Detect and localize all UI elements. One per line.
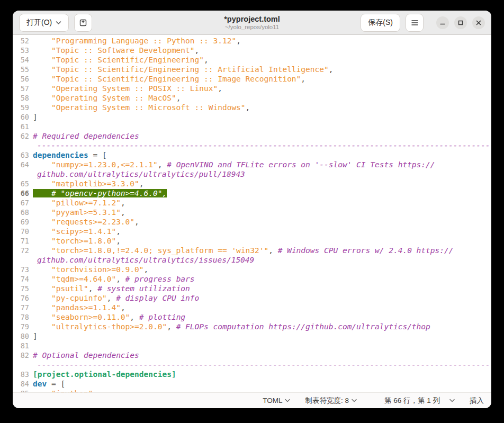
code-line[interactable]: 63dependencies = [ xyxy=(13,150,491,160)
code-line[interactable]: 61 xyxy=(13,122,491,131)
line-number: 82 xyxy=(13,350,29,360)
code-line[interactable]: 56 "Topic :: Scientific/Engineering :: I… xyxy=(13,74,491,84)
header-bar: 打开(O) *pyproject.toml ~/yolo_repos/yolo1… xyxy=(13,11,491,35)
line-number: 63 xyxy=(13,150,29,160)
code-line[interactable]: 68 "pyyaml>=5.3.1", xyxy=(13,208,491,217)
code-line[interactable]: 72 "torch>=1.8.0,!=2.4.0; sys_platform =… xyxy=(13,246,491,255)
code-text: "torchvision>=0.9.0", xyxy=(29,265,491,274)
code-line[interactable]: 67 "pillow>=7.1.2", xyxy=(13,198,491,208)
chevron-down-icon xyxy=(352,399,357,402)
code-line[interactable]: 54 "Topic :: Scientific/Engineering", xyxy=(13,55,491,65)
code-line[interactable]: 71 "torch>=1.8.0", xyxy=(13,236,491,246)
tab-width-label: 制表符宽度: 8 xyxy=(305,396,349,406)
code-text xyxy=(29,122,491,131)
save-button[interactable]: 保存(S) xyxy=(361,14,400,32)
code-line[interactable]: 57 "Operating System :: POSIX :: Linux", xyxy=(13,84,491,93)
line-number: 74 xyxy=(13,274,29,284)
code-line[interactable]: 76 "py-cpuinfo", # display CPU info xyxy=(13,293,491,303)
line-number: 78 xyxy=(13,312,29,322)
code-text: [project.optional-dependencies] xyxy=(29,370,491,379)
code-text: "torch>=1.8.0", xyxy=(29,236,491,246)
code-text: ] xyxy=(29,112,491,122)
chevron-down-icon xyxy=(285,399,290,402)
goto-line-button[interactable] xyxy=(449,399,455,402)
maximize-icon xyxy=(458,20,463,25)
code-line[interactable]: ----------------------------------------… xyxy=(13,141,491,150)
line-number xyxy=(13,255,29,265)
new-tab-button[interactable] xyxy=(74,14,92,32)
code-line[interactable]: 53 "Topic :: Software Development", xyxy=(13,46,491,55)
code-line[interactable]: 75 "psutil", # system utilization xyxy=(13,284,491,293)
code-text: # Optional dependencies xyxy=(29,350,491,360)
language-selector[interactable]: TOML xyxy=(263,397,290,404)
main-menu-button[interactable] xyxy=(406,14,424,32)
code-text: "scipy>=1.4.1", xyxy=(29,227,491,236)
text-editor-window: 打开(O) *pyproject.toml ~/yolo_repos/yolo1… xyxy=(13,11,491,408)
code-text: "py-cpuinfo", # display CPU info xyxy=(29,293,491,303)
code-line[interactable]: 80] xyxy=(13,331,491,341)
chevron-down-icon xyxy=(449,399,455,402)
line-number xyxy=(13,360,29,370)
maximize-button[interactable] xyxy=(454,16,467,29)
line-number: 81 xyxy=(13,341,29,350)
line-number: 76 xyxy=(13,293,29,303)
close-button[interactable] xyxy=(472,16,485,29)
cursor-position-label: 第 66 行，第 1 列 xyxy=(384,396,440,406)
code-line[interactable]: github.com/ultralytics/ultralytics/pull/… xyxy=(13,169,491,179)
line-number: 61 xyxy=(13,122,29,131)
line-number: 62 xyxy=(13,131,29,141)
code-text: # Required dependencies xyxy=(29,131,491,141)
minimize-icon xyxy=(440,20,445,25)
code-line[interactable]: 83[project.optional-dependencies] xyxy=(13,370,491,379)
code-line[interactable]: 74 "tqdm>=4.64.0", # progress bars xyxy=(13,274,491,284)
code-line[interactable]: 55 "Topic :: Scientific/Engineering :: A… xyxy=(13,65,491,74)
code-text: "pyyaml>=5.3.1", xyxy=(29,208,491,217)
code-line[interactable]: 65 "matplotlib>=3.3.0", xyxy=(13,179,491,188)
minimize-button[interactable] xyxy=(436,16,449,29)
save-button-label: 保存(S) xyxy=(368,18,393,28)
tab-width-selector[interactable]: 制表符宽度: 8 xyxy=(305,396,357,406)
code-line[interactable]: 85 "ipython", xyxy=(13,389,491,392)
document-path: ~/yolo_repos/yolo11 xyxy=(225,24,279,31)
code-text: "ipython", xyxy=(29,389,491,392)
line-number: 59 xyxy=(13,103,29,112)
line-number: 67 xyxy=(13,198,29,208)
line-number: 64 xyxy=(13,160,29,169)
code-line[interactable]: 64 "numpy>=1.23.0,<=2.1.1", # OpenVINO a… xyxy=(13,160,491,169)
line-number: 55 xyxy=(13,65,29,74)
code-line[interactable]: 69 "requests>=2.23.0", xyxy=(13,217,491,227)
code-text: github.com/ultralytics/ultralytics/pull/… xyxy=(29,169,491,179)
code-text: "Topic :: Scientific/Engineering :: Imag… xyxy=(29,74,491,84)
line-number: 85 xyxy=(13,389,29,392)
code-line[interactable]: 52 "Programming Language :: Python :: 3.… xyxy=(13,36,491,46)
line-number: 56 xyxy=(13,74,29,84)
code-text: # "opencv-python>=4.6.0", xyxy=(29,188,491,198)
code-line[interactable]: 58 "Operating System :: MacOS", xyxy=(13,93,491,103)
code-line[interactable]: 70 "scipy>=1.4.1", xyxy=(13,227,491,236)
code-line[interactable]: ----------------------------------------… xyxy=(13,360,491,370)
code-editor[interactable]: 52 "Programming Language :: Python :: 3.… xyxy=(13,35,491,392)
line-number: 79 xyxy=(13,322,29,331)
code-text: "Topic :: Scientific/Engineering", xyxy=(29,55,491,65)
hamburger-menu-icon xyxy=(411,20,419,26)
code-line[interactable]: 82# Optional dependencies xyxy=(13,350,491,360)
line-number: 73 xyxy=(13,265,29,274)
code-text: ] xyxy=(29,331,491,341)
code-text: "ultralytics-thop>=2.0.0", # FLOPs compu… xyxy=(29,322,491,331)
code-line[interactable]: 60] xyxy=(13,112,491,122)
code-text: "psutil", # system utilization xyxy=(29,284,491,293)
code-text: "tqdm>=4.64.0", # progress bars xyxy=(29,274,491,284)
code-line[interactable]: 59 "Operating System :: Microsoft :: Win… xyxy=(13,103,491,112)
code-line[interactable]: 84dev = [ xyxy=(13,379,491,389)
code-line[interactable]: github.com/ultralytics/ultralytics/issue… xyxy=(13,255,491,265)
code-line[interactable]: 77 "pandas>=1.1.4", xyxy=(13,303,491,312)
code-line[interactable]: 66 # "opencv-python>=4.6.0", xyxy=(13,188,491,198)
code-line[interactable]: 73 "torchvision>=0.9.0", xyxy=(13,265,491,274)
code-line[interactable]: 62# Required dependencies xyxy=(13,131,491,141)
code-line[interactable]: 78 "seaborn>=0.11.0", # plotting xyxy=(13,312,491,322)
code-line[interactable]: 81 xyxy=(13,341,491,350)
code-line[interactable]: 79 "ultralytics-thop>=2.0.0", # FLOPs co… xyxy=(13,322,491,331)
close-icon xyxy=(476,20,481,25)
code-text: dev = [ xyxy=(29,379,491,389)
open-button[interactable]: 打开(O) xyxy=(19,14,69,32)
